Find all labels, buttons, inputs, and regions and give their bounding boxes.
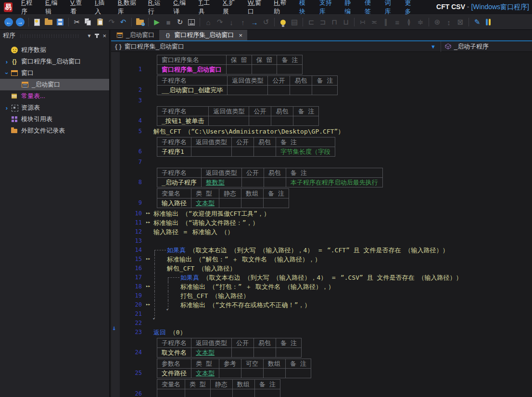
chevron-down-icon[interactable]: › [3, 69, 11, 77]
def-table-cell[interactable] [185, 389, 211, 397]
code-line-15[interactable]: 15▸▸标准输出 （“解包：” ＋ 取文件名 （输入路径），） [111, 255, 532, 264]
def-table-cell[interactable] [232, 389, 254, 397]
cut-icon[interactable]: ✂ [71, 16, 83, 28]
code-line-17[interactable]: 17如果真 （取文本右边 （到大写 （输入路径），4） ＝ “.CSV” 且 文… [111, 273, 532, 282]
def-table-cell[interactable] [276, 348, 302, 358]
sidebar-item-program-data[interactable]: 程序数据 [0, 44, 109, 56]
def-table-cell[interactable] [293, 116, 319, 126]
paste-icon[interactable] [94, 16, 106, 28]
def-table-cell[interactable] [254, 348, 276, 358]
find-in-files-icon[interactable] [134, 16, 146, 28]
space-vert-icon: ≑ [415, 16, 426, 28]
def-table-cell[interactable] [252, 65, 277, 74]
def-table-cell[interactable] [249, 116, 271, 126]
def-table-cell[interactable]: 文本型 [191, 369, 219, 378]
def-table-cell[interactable]: __启动窗口_创建完毕 [157, 86, 228, 95]
sidebar-item-module-ref-table[interactable]: 模块引用表 [0, 113, 109, 125]
code-editor[interactable]: ↓ 1窗口程序集名保 留保 留备 注窗口程序集_启动窗口 2子程序名返回值类型公… [111, 52, 532, 397]
def-table-cell[interactable] [264, 178, 286, 187]
def-table-cell[interactable] [254, 389, 280, 397]
tips-icon[interactable] [277, 16, 289, 28]
code-line-20[interactable]: 20▸▸标准输出 （“文件不存在或格式不正确！”，） [111, 300, 532, 310]
code-text: 解包_CFT （输入路径） [167, 264, 236, 273]
panel-dropdown-icon[interactable]: ▼ [87, 33, 92, 38]
def-table-cell[interactable] [219, 198, 241, 208]
new-file-icon[interactable] [31, 16, 43, 28]
chevron-right-icon[interactable]: › [3, 104, 11, 112]
def-table-cell[interactable] [241, 369, 264, 378]
breadcrumb-class-label[interactable]: 窗口程序集_启动窗口 [125, 42, 184, 51]
options-icon[interactable] [483, 16, 494, 28]
tab-close-icon[interactable]: × [239, 32, 242, 39]
code-line-2: 2子程序名返回值类型公开易包备 注__启动窗口_创建完毕 [111, 75, 532, 95]
def-table-cell[interactable] [210, 389, 232, 397]
open-icon[interactable] [43, 16, 54, 28]
breadcrumb-dropdown-icon[interactable]: ▼ [431, 44, 436, 50]
def-table-cell[interactable]: 文本型 [191, 348, 232, 358]
save-icon[interactable] [54, 16, 66, 28]
def-table-cell[interactable]: _按钮1_被单击 [157, 116, 209, 126]
def-table-cell[interactable] [290, 86, 312, 95]
def-table-cell[interactable]: _启动子程序 [157, 178, 202, 187]
def-table-cell[interactable] [264, 369, 286, 378]
run-to-cursor-icon[interactable]: → [249, 16, 260, 28]
def-table-cell[interactable]: 输入路径 [157, 198, 191, 208]
cell-text: __启动窗口_创建完毕 [162, 87, 223, 94]
def-table-cell[interactable] [157, 389, 185, 397]
sidebar-item-resource-table[interactable]: ›资源表 [0, 102, 109, 113]
code-line-10[interactable]: 10▸▸标准输出 （“欢迎使用孤傲CFT工具”，） [111, 209, 532, 218]
code-line-11[interactable]: 11▸▸标准输出 （“请输入文件路径：”，） [111, 218, 532, 227]
def-table-cell[interactable]: 文本型 [191, 198, 219, 208]
undo-icon[interactable]: ↶ [117, 16, 129, 28]
panel-close-icon[interactable]: × [102, 32, 106, 39]
tab-startup-window[interactable]: _启动窗口 [111, 30, 159, 40]
def-table-cell[interactable] [219, 369, 241, 378]
breadcrumb-method-label[interactable]: _启动子程序 [454, 42, 489, 51]
def-table-cell[interactable]: 整数型 [201, 178, 241, 187]
def-table-cell[interactable] [226, 65, 252, 74]
def-table-cell[interactable] [254, 147, 276, 157]
copy-icon[interactable] [83, 16, 94, 28]
def-table-cell[interactable] [232, 348, 254, 358]
code-line-16[interactable]: 16解包_CFT （输入路径） [111, 264, 532, 273]
def-table-cell[interactable] [241, 198, 264, 208]
code-line-14[interactable]: 14如果真 （取文本右边 （到大写 （输入路径），4） ＝ “.CFT” 且 文… [111, 246, 532, 255]
def-table-cell[interactable]: 子程序1 [157, 147, 191, 157]
def-table-cell[interactable] [271, 116, 293, 126]
code-line-12[interactable]: 12输入路径 ＝ 标准输入 （） [111, 227, 532, 236]
sidebar-item-window-program-set[interactable]: ›{}窗口程序集_启动窗口 [0, 56, 109, 67]
code-line-18[interactable]: 18▸▸标准输出 （“打包：” ＋ 取文件名 （输入路径），） [111, 282, 532, 291]
restart-icon[interactable]: ↻ [174, 16, 186, 28]
code-line-19[interactable]: 19打包_CFT （输入路径） [111, 291, 532, 300]
sidebar-item-startup-window[interactable]: _启动窗口 [0, 79, 109, 90]
def-table-cell[interactable] [312, 86, 338, 95]
def-table-cell[interactable] [209, 116, 249, 126]
def-table-cell[interactable] [241, 178, 264, 187]
def-table-cell[interactable] [228, 86, 268, 95]
def-table-cell[interactable]: 窗口程序集_启动窗口 [157, 65, 227, 74]
def-table-cell[interactable]: 本子程序在程序启动后最先执行 [286, 178, 382, 187]
def-table-cell[interactable]: 字节集长度（字段 [276, 147, 335, 157]
def-table-cell[interactable] [191, 147, 232, 157]
forward-icon[interactable]: → [14, 16, 26, 28]
sidebar-item-external-file-table[interactable]: 外部文件记录表 [0, 125, 109, 136]
panel-pin-icon[interactable] [96, 34, 98, 38]
def-table-cell[interactable] [268, 86, 290, 95]
sidebar-item-windows[interactable]: ›窗口 [0, 67, 109, 79]
def-table-cell[interactable]: 文件路径 [157, 369, 191, 378]
back-icon[interactable]: ← [3, 16, 14, 28]
code-line-21[interactable]: 21▾ [111, 310, 532, 319]
def-table-cell[interactable] [277, 65, 303, 74]
def-table-cell[interactable] [264, 198, 289, 208]
def-table-cell[interactable]: 取文件名 [157, 348, 191, 358]
sidebar-item-const-table[interactable]: 常量表... [0, 90, 109, 102]
run-icon[interactable]: ▶ [151, 16, 163, 28]
tab-program-set[interactable]: {}窗口程序集_启动窗口× [159, 30, 247, 40]
def-table-cell[interactable] [232, 147, 254, 157]
color-picker-icon[interactable]: ✎ [471, 16, 483, 28]
code-line-23[interactable]: 23返回 （0） [111, 328, 532, 337]
chevron-right-icon[interactable]: › [3, 58, 11, 65]
code-line-5[interactable]: 5解包_CFT （“C:\Users\Administrator\Desktop… [111, 127, 532, 136]
build-icon[interactable] [186, 16, 197, 28]
def-table-cell[interactable] [286, 369, 311, 378]
